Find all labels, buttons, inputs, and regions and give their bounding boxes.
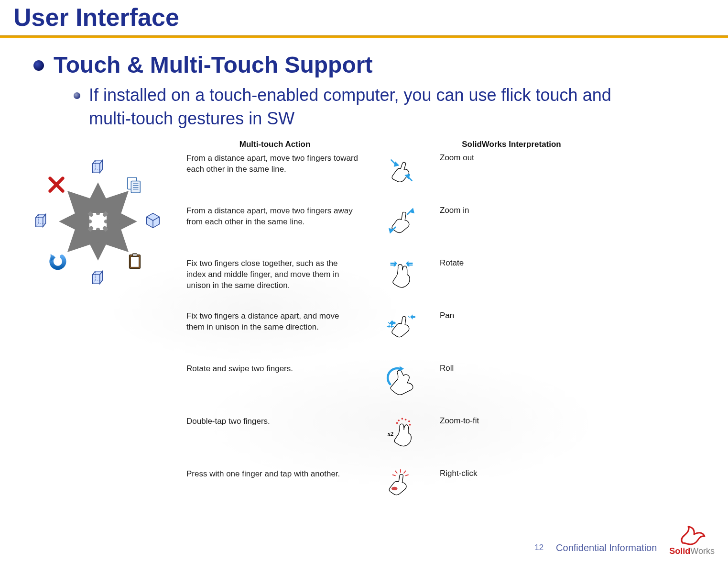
section-heading-row: Touch & Multi-Touch Support	[33, 52, 709, 78]
flick-gesture-diagram	[24, 147, 172, 296]
svg-marker-52	[387, 325, 390, 328]
interpret-text: Zoom out	[440, 153, 583, 163]
brand-red: Solid	[669, 546, 690, 556]
confidential-label: Confidential Information	[556, 542, 657, 555]
solidworks-logo: SolidWorks	[669, 525, 715, 555]
table-row: Double-tap two fingers. x2 Zoom-to-fit	[186, 416, 709, 451]
slide-footer: 12 Confidential Information SolidWorks	[0, 525, 728, 555]
interpret-text: Roll	[440, 364, 583, 373]
interpret-text: Pan	[440, 311, 583, 320]
interpret-text: Zoom in	[440, 206, 583, 215]
action-text: Press with one finger and tap with anoth…	[186, 469, 363, 480]
copy-icon	[124, 175, 143, 194]
pinch-in-icon	[363, 153, 440, 188]
table-row: From a distance apart, move two fingers …	[186, 206, 709, 240]
svg-rect-25	[130, 257, 139, 267]
table-row: Fix two fingers a distance apart, and mo…	[186, 311, 709, 345]
svg-marker-33	[36, 218, 43, 227]
interpret-text: Zoom-to-fit	[440, 416, 583, 426]
sub-bullet-row: If installed on a touch-enabled computer…	[74, 84, 709, 130]
cube-hidden-icon	[88, 268, 108, 287]
page-title: User Interface	[0, 0, 728, 35]
double-tap-badge: x2	[387, 431, 393, 438]
table-row: Fix two fingers close together, such as …	[186, 258, 709, 293]
svg-point-61	[409, 424, 411, 426]
svg-marker-10	[93, 164, 100, 173]
svg-point-57	[401, 418, 403, 420]
two-finger-drag-close-icon	[363, 258, 440, 293]
svg-point-56	[398, 419, 400, 421]
clipboard-icon	[125, 252, 144, 271]
svg-line-64	[395, 471, 397, 474]
action-text: Fix two fingers a distance apart, and mo…	[186, 311, 363, 333]
undo-icon	[48, 252, 67, 271]
svg-line-66	[392, 475, 395, 476]
brand-gray: Works	[690, 546, 715, 556]
svg-point-60	[396, 422, 398, 424]
action-text: From a distance apart, move two fingers …	[186, 206, 363, 228]
svg-marker-55	[400, 366, 404, 372]
svg-rect-17	[131, 181, 140, 193]
svg-point-59	[408, 420, 410, 422]
two-finger-rotate-icon	[363, 364, 440, 398]
svg-line-67	[405, 475, 408, 476]
col-header-interpret: SolidWorks Interpretation	[440, 140, 583, 149]
gesture-table-header: Multi-touch Action SolidWorks Interpreta…	[186, 140, 709, 153]
pinch-out-icon	[363, 206, 440, 240]
bullet-dot-small	[74, 92, 80, 99]
action-text: Double-tap two fingers.	[186, 416, 363, 427]
svg-line-4	[105, 195, 124, 215]
svg-line-6	[105, 228, 124, 248]
svg-rect-26	[132, 254, 137, 256]
cube-hidden-icon	[88, 157, 108, 176]
table-row: Rotate and swipe two fingers. Roll	[186, 364, 709, 398]
action-text: From a distance apart, move two fingers …	[186, 153, 363, 175]
svg-point-58	[404, 419, 406, 421]
table-row: From a distance apart, move two fingers …	[186, 153, 709, 188]
svg-marker-27	[93, 275, 100, 284]
svg-line-7	[72, 228, 91, 248]
two-finger-double-tap-icon: x2	[363, 416, 440, 451]
interpret-text: Right-click	[440, 469, 583, 478]
bullet-dot-large	[33, 60, 44, 71]
gesture-table: Multi-touch Action SolidWorks Interpreta…	[186, 140, 709, 508]
action-text: Fix two fingers close together, such as …	[186, 258, 363, 291]
press-and-tap-icon	[363, 469, 440, 503]
section-heading: Touch & Multi-Touch Support	[54, 52, 372, 78]
sub-bullet-text: If installed on a touch-enabled computer…	[89, 84, 639, 130]
action-text: Rotate and swipe two fingers.	[186, 364, 363, 375]
page-number: 12	[534, 543, 543, 555]
table-row: Press with one finger and tap with anoth…	[186, 469, 709, 503]
svg-point-62	[391, 487, 397, 490]
cube-iso-icon	[143, 211, 163, 230]
title-rule	[0, 35, 728, 38]
cube-hidden-icon	[32, 211, 51, 230]
cancel-x-icon	[47, 175, 66, 194]
interpret-text: Rotate	[440, 258, 583, 268]
svg-line-65	[404, 471, 406, 474]
svg-marker-48	[410, 314, 415, 320]
two-finger-drag-apart-icon	[363, 311, 440, 345]
col-header-action: Multi-touch Action	[186, 140, 363, 149]
svg-marker-53	[391, 325, 394, 328]
svg-line-5	[72, 195, 91, 215]
svg-marker-49	[408, 316, 410, 318]
